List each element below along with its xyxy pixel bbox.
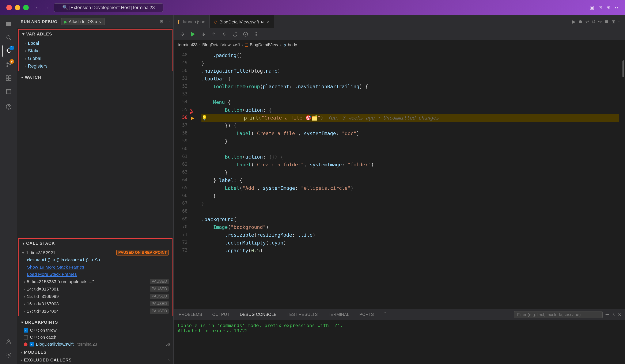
debug-step-over[interactable] bbox=[178, 30, 187, 39]
svg-rect-8 bbox=[6, 78, 8, 81]
tab-launch-json[interactable]: {} launch.json bbox=[174, 15, 210, 28]
run-icon[interactable]: ▶ bbox=[572, 19, 576, 25]
breakpoints-header[interactable]: ▾ BREAKPOINTS bbox=[17, 318, 173, 327]
nav-back[interactable]: ← bbox=[35, 5, 40, 11]
activity-explorer[interactable] bbox=[2, 18, 15, 30]
activity-search[interactable] bbox=[2, 31, 15, 44]
filter-input[interactable] bbox=[514, 311, 603, 318]
callstack-thread-1[interactable]: ▾ 1: tid=3152921 PAUSED ON BREAKPOINT bbox=[19, 249, 172, 257]
layout-icon[interactable]: ▣ bbox=[590, 5, 594, 10]
close-panel-icon[interactable]: ✕ bbox=[618, 312, 622, 318]
variables-header[interactable]: ▾ VARIABLES bbox=[19, 30, 172, 39]
tab-debug-console[interactable]: DEBUG CONSOLE bbox=[235, 309, 281, 320]
callstack-thread-5[interactable]: › 5: tid=3153333 "com.apple.uikit..." PA… bbox=[19, 278, 172, 285]
bp-cpp-catch[interactable]: C++: on catch bbox=[17, 334, 173, 341]
debug-step-into[interactable] bbox=[199, 30, 208, 39]
settings-icon[interactable]: ⚙ bbox=[159, 19, 164, 25]
variable-global[interactable]: › Global bbox=[19, 55, 172, 62]
step-forward-icon[interactable]: ↪ bbox=[598, 19, 602, 25]
code-line-57: }) { bbox=[201, 122, 619, 130]
more-actions-icon[interactable]: ··· bbox=[166, 19, 170, 25]
debug-stop[interactable] bbox=[241, 30, 250, 39]
lightbulb-icon[interactable]: 💡 bbox=[201, 114, 208, 122]
tab-problems[interactable]: PROBLEMS bbox=[174, 309, 207, 320]
tab-ports[interactable]: PORTS bbox=[354, 309, 379, 320]
activity-account[interactable] bbox=[2, 335, 15, 348]
close-icon[interactable]: ✕ bbox=[267, 20, 270, 24]
activity-copilot[interactable] bbox=[2, 100, 15, 113]
tab-launch-label: launch.json bbox=[183, 19, 205, 24]
paused-badge: PAUSED ON BREAKPOINT bbox=[116, 250, 169, 255]
debug-step-out[interactable] bbox=[210, 30, 218, 39]
bp-blog-detail[interactable]: ✓ BlogDetailView.swift terminal23 56 bbox=[17, 341, 173, 348]
close-button[interactable] bbox=[6, 5, 12, 10]
variables-list: › Local › Static › Global › Registers bbox=[19, 39, 172, 71]
tab-test-results[interactable]: TEST RESULTS bbox=[282, 309, 323, 320]
excluded-callers-section[interactable]: › EXCLUDED CALLERS › bbox=[17, 356, 173, 364]
activity-extensions[interactable] bbox=[2, 72, 15, 85]
callstack-frame[interactable]: closure #1 () -> () in closure #1 () -> … bbox=[19, 257, 172, 264]
ln-65: 65 bbox=[174, 184, 188, 192]
reload-icon[interactable]: ↺ bbox=[592, 19, 595, 25]
chevron-right-icon: › bbox=[25, 64, 26, 68]
titlebar-search[interactable]: 🔍 [Extension Development Host] terminal2… bbox=[54, 3, 163, 12]
scrollbar[interactable] bbox=[619, 50, 625, 309]
minimize-button[interactable] bbox=[15, 5, 20, 10]
maximize-button[interactable] bbox=[23, 5, 29, 10]
debug-config[interactable]: ▶ Attach to iOS a ∨ bbox=[61, 18, 105, 25]
debug-restart[interactable] bbox=[231, 30, 239, 39]
debug-continue[interactable] bbox=[188, 30, 197, 39]
debug-options[interactable] bbox=[252, 30, 261, 39]
breakpoints-section: ▾ BREAKPOINTS ✓ C++: on throw C++: on ca… bbox=[17, 317, 173, 349]
code-content[interactable]: .padding() } .navigationTitle(blog.name)… bbox=[200, 50, 619, 309]
variable-static[interactable]: › Static bbox=[19, 47, 172, 55]
debug-record-icon[interactable]: ⏺ bbox=[578, 19, 583, 25]
breadcrumb-struct[interactable]: BlogDetailView bbox=[245, 42, 278, 47]
scroll-thumb[interactable] bbox=[623, 61, 624, 77]
tab-terminal[interactable]: TERMINAL bbox=[323, 309, 354, 320]
activity-debug[interactable]: 1 bbox=[2, 45, 15, 58]
excluded-callers-expand[interactable]: › bbox=[168, 357, 170, 363]
step-back-icon[interactable]: ↩ bbox=[585, 19, 589, 25]
load-more-frames-link[interactable]: Load More Stack Frames bbox=[19, 271, 172, 278]
bp-checkbox-blog[interactable]: ✓ bbox=[30, 342, 34, 346]
output-label: OUTPUT bbox=[212, 312, 229, 317]
callstack-thread-16[interactable]: › 16: tid=3167003 PAUSED bbox=[19, 300, 172, 307]
code-editor[interactable]: 48 49 50 51 52 53 54 55 56 57 58 59 60 6… bbox=[174, 50, 625, 309]
variable-local[interactable]: › Local bbox=[19, 39, 172, 47]
tab-output[interactable]: OUTPUT bbox=[207, 309, 235, 320]
bp-cpp-throw[interactable]: ✓ C++: on throw bbox=[17, 327, 173, 334]
more-icon[interactable]: ⊞ bbox=[612, 19, 615, 25]
callstack-thread-17[interactable]: › 17: tid=3167004 PAUSED bbox=[19, 307, 172, 315]
chevron-up-icon[interactable]: ∧ bbox=[612, 312, 615, 318]
watch-header[interactable]: ▾ WATCH bbox=[17, 73, 173, 82]
activity-source-control[interactable]: 9 bbox=[2, 58, 15, 71]
more-icon[interactable]: ⚏ bbox=[614, 5, 619, 10]
bp-checkbox-catch[interactable] bbox=[24, 335, 28, 339]
show-more-frames-link[interactable]: Show 19 More Stack Frames bbox=[19, 264, 172, 271]
layout-split-icon[interactable]: ⊡ bbox=[598, 5, 602, 10]
activity-settings[interactable] bbox=[2, 349, 15, 362]
code-line-70: Image("background") bbox=[201, 223, 619, 231]
overflow-icon[interactable]: ··· bbox=[618, 19, 622, 25]
callstack-header[interactable]: ▾ CALL STACK bbox=[19, 239, 172, 248]
panel-more[interactable]: ··· bbox=[379, 309, 390, 320]
variable-registers[interactable]: › Registers bbox=[19, 62, 172, 70]
callstack-thread-15[interactable]: › 15: tid=3166999 PAUSED bbox=[19, 293, 172, 300]
activity-testing[interactable] bbox=[2, 85, 15, 98]
debug-step-back[interactable] bbox=[220, 30, 229, 39]
modules-section[interactable]: › MODULES bbox=[17, 349, 173, 356]
layout-options-icon[interactable]: ⊞ bbox=[606, 5, 610, 10]
svg-point-4 bbox=[6, 66, 8, 67]
nav-forward[interactable]: → bbox=[44, 5, 49, 11]
tab-blog-detail-view[interactable]: ◇ BlogDetailView.swift M ✕ bbox=[210, 15, 274, 28]
debug-toolbar-actions: ⚙ ··· bbox=[159, 19, 170, 25]
breadcrumb-terminal[interactable]: terminal23 bbox=[178, 42, 197, 47]
bp-checkbox-throw[interactable]: ✓ bbox=[24, 328, 28, 333]
code-line-60 bbox=[201, 145, 619, 153]
stop-icon[interactable]: ⏹ bbox=[604, 19, 609, 25]
list-icon[interactable]: ☰ bbox=[605, 312, 609, 318]
breadcrumb-body[interactable]: body bbox=[283, 42, 297, 47]
callstack-thread-14[interactable]: › 14: tid=3157381 PAUSED bbox=[19, 285, 172, 293]
breadcrumb-file[interactable]: BlogDetailView.swift bbox=[202, 42, 240, 47]
